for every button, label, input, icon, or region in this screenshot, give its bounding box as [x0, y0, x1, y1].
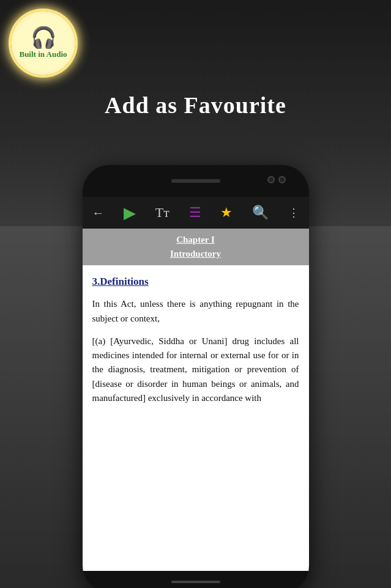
home-indicator: [171, 581, 220, 583]
phone-top-bar: [83, 165, 309, 197]
chapter-title: Chapter I: [92, 235, 299, 245]
paragraph-2: [(a) [Ayurvedic, Siddha or Unani] drug i…: [92, 334, 299, 405]
document-content: 3.Definitions In this Act, unless there …: [83, 265, 309, 571]
section-name: Definitions: [100, 276, 148, 287]
section-number: 3.: [92, 276, 100, 287]
phone-camera-1: [267, 176, 275, 183]
back-button[interactable]: ←: [92, 206, 104, 220]
chapter-subtitle: Introductory: [92, 249, 299, 259]
play-button[interactable]: ▶: [124, 204, 136, 222]
headphone-icon: 🎧: [31, 28, 56, 48]
chapter-header: Chapter I Introductory: [83, 229, 309, 265]
search-button[interactable]: 🔍: [252, 205, 269, 221]
app-toolbar: ← ▶ Tт ☰ ★ 🔍 ⋮: [83, 197, 309, 229]
text-size-button[interactable]: Tт: [155, 205, 169, 221]
page-title: Add as Favourite: [0, 92, 391, 119]
phone-bottom-bar: [83, 571, 309, 588]
list-button[interactable]: ☰: [189, 205, 201, 221]
section-heading: 3.Definitions: [92, 274, 299, 290]
phone-camera-2: [278, 176, 286, 183]
audio-badge[interactable]: 🎧 Built in Audio: [11, 11, 75, 75]
audio-badge-text: Built in Audio: [19, 50, 67, 59]
content-area: Chapter I Introductory 3.Definitions In …: [83, 229, 309, 571]
phone-device: ← ▶ Tт ☰ ★ 🔍 ⋮ Chapter I Introductory 3.…: [83, 165, 309, 588]
favourite-button[interactable]: ★: [220, 205, 233, 221]
paragraph-1: In this Act, unless there is anything re…: [92, 297, 299, 326]
more-options-button[interactable]: ⋮: [288, 206, 299, 219]
phone-speaker: [171, 179, 220, 183]
